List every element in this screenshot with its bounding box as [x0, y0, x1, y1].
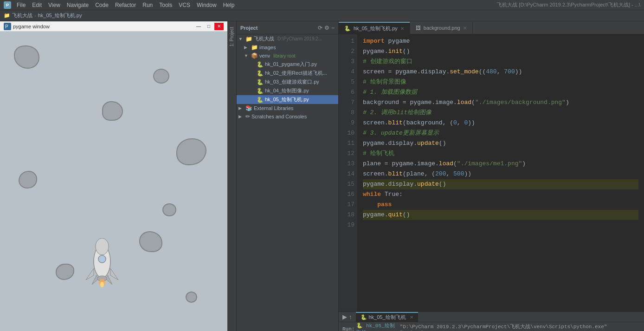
tree-root-name: 飞机大战: [254, 35, 274, 42]
code-line-7: background = pygame.image.load("./images…: [363, 97, 638, 108]
tree-file-01[interactable]: 🐍 hk_01_pygame入门.py: [237, 60, 338, 69]
asteroid-9: [186, 292, 197, 303]
tree-file-03[interactable]: 🐍 hk_03_创建游戏窗口.py: [237, 78, 338, 86]
tree-ext-lib[interactable]: ▶ 📚 External Libraries: [237, 104, 338, 112]
close-button[interactable]: ✕: [214, 23, 224, 30]
py-icon: 🐍: [257, 61, 264, 68]
code-line-18: pygame.quit(): [363, 210, 638, 220]
run-icon-up[interactable]: ↑: [349, 313, 352, 320]
svg-point-4: [98, 255, 106, 263]
venv-icon: 📦: [251, 52, 258, 59]
asteroid-2: [153, 69, 169, 84]
code-line-17: pass: [363, 200, 638, 210]
maximize-button[interactable]: □: [204, 23, 213, 30]
tree-file-04-label: hk_04_绘制图像.py: [265, 87, 309, 94]
code-line-11: pygame.display.update(): [363, 138, 638, 149]
code-editor[interactable]: 12345 678910 1112131415 16171819 import …: [339, 34, 644, 312]
run-icon-play[interactable]: ▶: [342, 313, 347, 320]
scratches-icon: ✏: [245, 113, 250, 120]
spacer: [250, 97, 255, 102]
folder-icon: 📁: [245, 36, 252, 42]
tab-bg-icon: 🖼: [416, 25, 421, 31]
project-header: Project ⟳ ⚙ −: [237, 21, 338, 34]
tree-scratches[interactable]: ▶ ✏ Scratches and Consoles: [237, 112, 338, 121]
expand-arrow: ▶: [238, 114, 244, 119]
tree-ext-lib-label: External Libraries: [254, 105, 294, 111]
tab-py-file[interactable]: 🐍 hk_05_绘制飞机.py ✕: [339, 22, 410, 34]
run-tab-active[interactable]: 🐍 hk_05_绘制飞机 ✕: [356, 312, 418, 322]
code-line-8: # 2. 调用blit绘制图像: [363, 108, 638, 118]
sync-icon[interactable]: ⟳: [318, 25, 322, 31]
menu-file[interactable]: File: [14, 1, 28, 9]
menu-code[interactable]: Code: [92, 1, 111, 9]
code-line-2: pygame.init(): [363, 46, 638, 57]
minimize-button[interactable]: —: [194, 23, 203, 30]
code-line-14: screen.blit(plane, (200, 500)): [363, 169, 638, 179]
menu-run[interactable]: Run: [140, 1, 155, 9]
spacer: [250, 71, 255, 76]
pygame-controls: — □ ✕: [194, 23, 224, 30]
project-header-icons: ⟳ ⚙ −: [318, 25, 335, 31]
breadcrumb-project[interactable]: 飞机大战: [12, 12, 32, 19]
hide-icon[interactable]: −: [331, 25, 335, 31]
tree-file-01-label: hk_01_pygame入门.py: [265, 61, 317, 68]
code-line-16: while True:: [363, 189, 638, 200]
tab-py-icon: 🐍: [344, 26, 351, 32]
asteroid-8: [56, 264, 74, 280]
spacer: [250, 89, 255, 93]
menu-refactor[interactable]: Refactor: [112, 1, 139, 9]
menu-tools[interactable]: Tools: [156, 1, 175, 9]
breadcrumb-folder-icon: 📁: [4, 13, 10, 19]
app-icon: P: [4, 1, 11, 9]
code-line-1: import pygame: [363, 36, 638, 46]
spaceship: [84, 238, 121, 285]
asteroid-7: [139, 231, 162, 252]
tree-venv-label: venv: [259, 53, 270, 58]
pygame-title-bar: P pygame window — □ ✕: [0, 21, 227, 32]
tree-file-04[interactable]: 🐍 hk_04_绘制图像.py: [237, 86, 338, 95]
code-content: import pygame pygame.init() # 创建游戏的窗口 sc…: [357, 34, 644, 312]
spacer: [250, 80, 255, 84]
run-tab-ref: 🐍 hk_05_绘制飞机: [356, 322, 398, 331]
project-title: Project: [240, 25, 258, 31]
menu-vcs[interactable]: VCS: [176, 1, 193, 9]
code-line-19: [363, 220, 638, 230]
code-line-13: plane = pygame.image.load("./images/me1.…: [363, 159, 638, 169]
pygame-canvas: [0, 32, 227, 331]
tab-bg-file[interactable]: 🖼 background.png ✕: [410, 22, 473, 34]
code-line-10: # 3. update更新屏幕显示: [363, 128, 638, 138]
project-panel: Project ⟳ ⚙ − ▼ 📁 飞机大战 D:\PyCharm 2019.2…: [237, 21, 339, 331]
menu-bar: P File Edit View Navigate Code Refactor …: [0, 0, 644, 10]
breadcrumb-file[interactable]: hk_05_绘制飞机.py: [38, 12, 82, 19]
tree-venv[interactable]: ▼ 📦 venv library root: [237, 52, 338, 60]
menu-edit[interactable]: Edit: [29, 1, 45, 9]
editor-tabs: 🐍 hk_05_绘制飞机.py ✕ 🖼 background.png ✕: [339, 21, 644, 34]
tab-py-label: hk_05_绘制飞机.py: [354, 25, 398, 32]
tab-bg-close[interactable]: ✕: [463, 26, 467, 31]
menu-view[interactable]: View: [45, 1, 63, 9]
run-command: "D:\PyCharm 2019.2.3\PycharmProject\飞机大战…: [400, 323, 640, 331]
menu-window[interactable]: Window: [194, 1, 219, 9]
tab-py-close[interactable]: ✕: [400, 26, 404, 31]
run-tab-close[interactable]: ✕: [410, 315, 413, 320]
menu-navigate[interactable]: Navigate: [64, 1, 91, 9]
svg-point-3: [96, 238, 109, 255]
sidebar-tab-project[interactable]: 1: Project: [228, 23, 235, 50]
project-tree: ▼ 📁 飞机大战 D:\PyCharm 2019.2... ▶ 📁 images…: [237, 34, 338, 331]
tree-images-label: images: [259, 45, 276, 50]
code-line-3: # 创建游戏的窗口: [363, 57, 638, 67]
ide-body: 1: Project Project ⟳ ⚙ − ▼ 📁: [227, 21, 644, 331]
settings-icon[interactable]: ⚙: [324, 25, 329, 31]
ext-lib-icon: 📚: [245, 105, 252, 111]
tree-root-path: D:\PyCharm 2019.2...: [277, 36, 322, 41]
tree-file-05-label: hk_05_绘制飞机.py: [265, 96, 309, 103]
svg-point-7: [100, 282, 104, 287]
tree-file-02[interactable]: 🐍 hk_02_使用Rect描述飞机...: [237, 69, 338, 78]
tree-images[interactable]: ▶ 📁 images: [237, 43, 338, 52]
tree-file-05[interactable]: 🐍 hk_05_绘制飞机.py: [237, 95, 338, 104]
tree-root[interactable]: ▼ 📁 飞机大战 D:\PyCharm 2019.2...: [237, 34, 338, 43]
tree-file-02-label: hk_02_使用Rect描述飞机...: [265, 70, 327, 77]
editor-area: 🐍 hk_05_绘制飞机.py ✕ 🖼 background.png ✕ 123…: [339, 21, 644, 331]
menu-help[interactable]: Help: [220, 1, 238, 9]
asteroid-4: [176, 138, 206, 165]
